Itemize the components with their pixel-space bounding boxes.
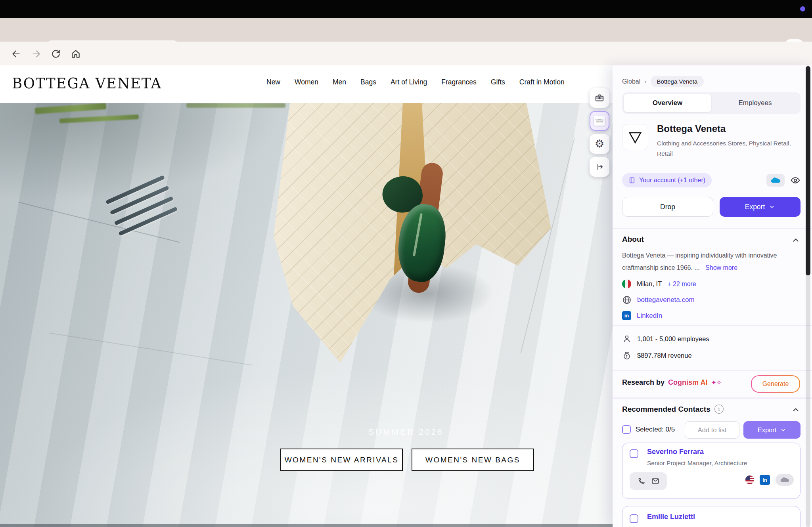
phone-icon[interactable]: [637, 477, 645, 485]
about-title: About: [622, 235, 801, 244]
nav-item-women[interactable]: Women: [295, 78, 318, 86]
website-link[interactable]: bottegaveneta.com: [637, 296, 695, 304]
contact-checkbox[interactable]: [630, 514, 638, 523]
panel-scrollbar: [806, 65, 810, 527]
location-row: Milan, IT + 22 more: [622, 279, 696, 288]
revenue-value: $897.78M revenue: [637, 352, 692, 359]
nav-item-fragrances[interactable]: Fragrances: [441, 78, 477, 86]
drain-grate: [103, 177, 179, 234]
section-divider: [613, 370, 812, 371]
linkedin-icon: in: [622, 311, 631, 320]
contact-actions-pill[interactable]: [630, 472, 667, 490]
nav-item-gifts[interactable]: Gifts: [491, 78, 505, 86]
company-logo: [622, 124, 648, 150]
site-nav: New Women Men Bags Art of Living Fragran…: [266, 78, 565, 86]
tab-strip: BOTTEGA VENETA Bottega Veneta® GB | Offi…: [0, 18, 812, 42]
employees-value: 1,001 - 5,000 employees: [637, 335, 709, 343]
linkedin-row: in LinkedIn: [622, 311, 662, 320]
revenue-row: $897.78M revenue: [622, 351, 692, 360]
nav-item-craft-in-motion[interactable]: Craft in Motion: [519, 78, 565, 86]
tab-employees[interactable]: Employees: [711, 94, 799, 112]
info-icon[interactable]: i: [714, 405, 724, 414]
home-button[interactable]: [71, 49, 81, 59]
us-flag-icon: [745, 475, 754, 484]
fab-settings-button[interactable]: ⚙: [590, 134, 609, 154]
nav-item-bags[interactable]: Bags: [360, 78, 376, 86]
site-thumbnail: BOTTEGA VENETA: [594, 116, 605, 126]
export-button[interactable]: Export: [720, 197, 801, 217]
website-row: bottegaveneta.com: [622, 295, 695, 305]
linkedin-icon[interactable]: in: [760, 475, 770, 485]
recommended-contacts-title: Recommended Contacts: [622, 405, 710, 414]
contact-checkbox[interactable]: [630, 449, 638, 458]
nav-item-art-of-living[interactable]: Art of Living: [391, 78, 427, 86]
moss-patch: [35, 103, 107, 114]
person-icon: [622, 334, 632, 344]
salesforce-cloud-icon: [780, 477, 789, 483]
cognism-ai-brand: Cognism AI: [668, 378, 707, 387]
drop-button[interactable]: Drop: [622, 197, 713, 217]
company-name: Bottega Veneta: [657, 123, 726, 134]
collapse-about-icon[interactable]: [791, 236, 800, 244]
more-locations-link[interactable]: + 22 more: [667, 281, 696, 288]
cognism-side-panel: Global › Bottega Veneta Overview Employe…: [613, 65, 812, 527]
site-logo[interactable]: BOTTEGA VENETA: [12, 75, 162, 92]
cta-womens-new-arrivals[interactable]: WOMEN'S NEW ARRIVALS: [280, 449, 403, 471]
cta-womens-new-bags[interactable]: WOMEN'S NEW BAGS: [412, 449, 534, 471]
notification-dot: [800, 6, 805, 11]
panel-tabs: Overview Employees: [622, 92, 801, 114]
scrollbar-thumb[interactable]: [806, 66, 810, 275]
contact-title: Senior Project Manager, Architecture: [647, 460, 747, 467]
italy-flag-icon: [622, 279, 631, 288]
research-prefix: Research by: [622, 378, 665, 387]
contact-name[interactable]: Emilie Luzietti: [647, 513, 695, 521]
contact-name[interactable]: Severino Ferrara: [647, 448, 704, 456]
chevron-down-icon: [780, 427, 786, 433]
recommended-contacts-header: Recommended Contacts i: [622, 405, 801, 414]
menubar: [0, 0, 812, 18]
salesforce-cloud-icon: [770, 177, 781, 184]
select-all-checkbox[interactable]: [622, 425, 631, 434]
company-industry: Clothing and Accessories Stores, Physica…: [657, 138, 798, 159]
salesforce-sync-chip[interactable]: [766, 174, 785, 187]
tab-overview[interactable]: Overview: [624, 94, 711, 112]
chevron-down-icon: [769, 204, 775, 210]
briefcase-icon: [594, 93, 605, 103]
reload-button[interactable]: [51, 49, 61, 59]
nav-item-new[interactable]: New: [266, 78, 280, 86]
employees-row: 1,001 - 5,000 employees: [622, 334, 709, 344]
linkedin-link[interactable]: LinkedIn: [637, 312, 662, 320]
contact-title: Store Manager: [647, 525, 688, 527]
gear-icon: ⚙: [595, 139, 604, 149]
visibility-eye-icon[interactable]: [790, 175, 801, 185]
breadcrumb-chevron-icon: ›: [644, 78, 646, 85]
add-to-list-button[interactable]: Add to list: [685, 421, 739, 439]
money-bag-icon: [622, 351, 632, 360]
show-more-link[interactable]: Show more: [705, 264, 737, 271]
fab-collapse-button[interactable]: [590, 157, 609, 177]
account-badge[interactable]: Your account (+1 other): [622, 173, 712, 187]
breadcrumb-global[interactable]: Global: [622, 78, 640, 85]
contact-card: Severino Ferrara Senior Project Manager,…: [622, 443, 801, 499]
fab-prospect-button[interactable]: [590, 88, 609, 108]
selected-count: Selected: 0/5: [636, 426, 675, 433]
about-text: Bottega Veneta — inspiring individuality…: [622, 249, 801, 274]
screen: BOTTEGA VENETA Bottega Veneta® GB | Offi…: [0, 0, 812, 527]
salesforce-chip[interactable]: [776, 474, 794, 486]
fab-current-site-button[interactable]: BOTTEGA VENETA: [590, 111, 609, 131]
nav-item-men[interactable]: Men: [333, 78, 346, 86]
contact-card: Emilie Luzietti Store Manager: [622, 506, 801, 527]
contacts-export-button[interactable]: Export: [743, 421, 801, 439]
back-button[interactable]: [11, 49, 21, 59]
divider: [613, 325, 812, 326]
email-icon[interactable]: [651, 477, 660, 485]
forward-button[interactable]: [31, 49, 41, 59]
globe-icon: [622, 295, 632, 305]
moss-patch: [186, 103, 285, 108]
page-section-edge: [0, 524, 613, 527]
breadcrumb-company-pill[interactable]: Bottega Veneta: [651, 76, 704, 87]
collapse-contacts-icon[interactable]: [791, 405, 800, 414]
collapse-panel-icon: [595, 162, 604, 172]
generate-button[interactable]: Generate: [751, 375, 800, 393]
divider: [613, 228, 812, 229]
